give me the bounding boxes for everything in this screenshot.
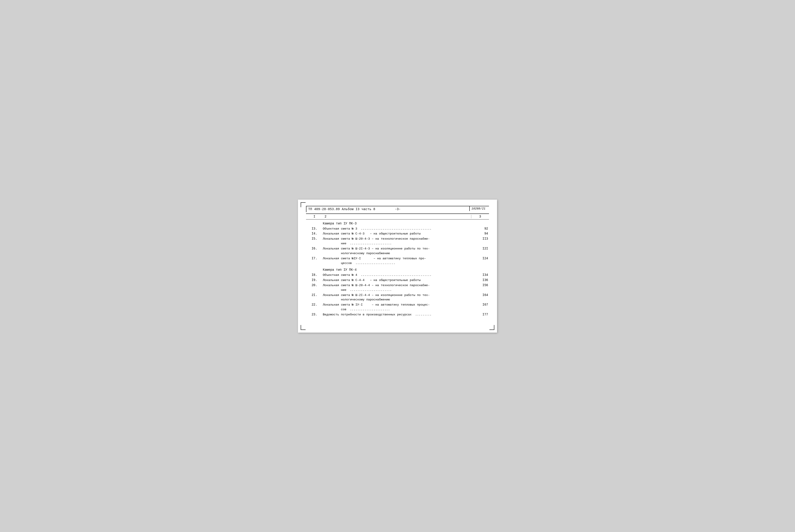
- row-desc-11: Локальная смета № IУ-I – на автоматику т…: [323, 303, 471, 312]
- header-doc-num: 10288/21: [469, 206, 487, 211]
- row-num-8: I9.: [306, 278, 323, 282]
- row-desc-8: Локальная смета № С-4-4 – на общестроите…: [323, 278, 471, 283]
- corner-bracket-bl: [301, 325, 306, 330]
- col-header-1: I: [306, 215, 323, 218]
- col-header-2: 2: [323, 215, 471, 218]
- table-row-9: 20.Локальная смета № Ш-20-4-4 – на техно…: [306, 283, 489, 292]
- row-page-2: 94: [471, 232, 489, 235]
- row-page-4: I2I: [471, 247, 489, 250]
- row-num-12: 23.: [306, 312, 323, 316]
- row-num-9: 20.: [306, 283, 323, 287]
- column-headers: I 2 3: [306, 213, 489, 220]
- corner-bracket-br: [489, 325, 494, 330]
- table-row-11: 22.Локальная смета № IУ-I – на автоматик…: [306, 303, 489, 312]
- row-page-10: I64: [471, 293, 489, 297]
- row-desc-7: Объектная смета № 4 ....................…: [323, 273, 471, 278]
- row-num-10: 2I.: [306, 293, 323, 297]
- header-box: ТП 409-28-053.89 Альбом I3 часть 8 -3- 1…: [306, 206, 489, 212]
- table-row-8: I9.Локальная смета № С-4-4 – на общестро…: [306, 278, 489, 283]
- row-desc-4: Локальная смета № Ш-2I-4-3 – на изоляцио…: [323, 247, 471, 256]
- row-num-7: I8.: [306, 273, 323, 277]
- row-num-5: I7.: [306, 256, 323, 260]
- row-desc-2: Локальная смета № С-4-3 – на общестроите…: [323, 232, 471, 236]
- row-desc-9: Локальная смета № Ш-20-4-4 – на технолог…: [323, 283, 471, 292]
- row-num-4: I6.: [306, 247, 323, 250]
- row-num-3: I5.: [306, 237, 323, 241]
- row-desc-5: Локальная смета №IУ-I – на автоматику те…: [323, 256, 471, 266]
- row-page-9: I56: [471, 283, 489, 287]
- col-header-3: 3: [471, 215, 489, 218]
- content-area: Камера тип IУ ПК-3I3.Объектная смета № 3…: [306, 222, 489, 318]
- table-row-4: I6.Локальная смета № Ш-2I-4-3 – на изоля…: [306, 247, 489, 256]
- table-row-7: I8.Объектная смета № 4 .................…: [306, 273, 489, 278]
- table-row-2: I4.Локальная смета № С-4-3 – на общестро…: [306, 232, 489, 236]
- table-row-1: I3.Объектная смета № 3 .................…: [306, 227, 489, 231]
- row-desc-12: Ведомость потребности в производственных…: [323, 312, 471, 317]
- row-desc-1: Объектная смета № 3 ....................…: [323, 227, 471, 231]
- table-row-3: I5.Локальная смета № Ш-20-4-3 – на техно…: [306, 237, 489, 246]
- table-row-10: 2I.Локальная смета № Ш-2I-4-4 – на изоля…: [306, 293, 489, 302]
- corner-bracket-tl: [301, 202, 306, 207]
- header-page-num: -3-: [395, 207, 401, 211]
- row-page-5: I24: [471, 256, 489, 260]
- row-num-11: 22.: [306, 303, 323, 306]
- row-desc-10: Локальная смета № Ш-2I-4-4 – на изоляцио…: [323, 293, 471, 302]
- row-desc-3: Локальная смета № Ш-20-4-3 – на технолог…: [323, 237, 471, 246]
- row-page-11: I67: [471, 303, 489, 306]
- row-page-12: I77: [471, 312, 489, 316]
- row-page-3: II3: [471, 237, 489, 241]
- table-row-12: 23.Ведомость потребности в производствен…: [306, 312, 489, 317]
- row-page-1: 92: [471, 227, 489, 230]
- section-title-6: Камера тип IУ ПК-4: [323, 268, 489, 271]
- row-page-7: I34: [471, 273, 489, 277]
- table-row-5: I7.Локальная смета №IУ-I – на автоматику…: [306, 256, 489, 266]
- row-num-1: I3.: [306, 227, 323, 230]
- row-page-8: I36: [471, 278, 489, 282]
- header-title: ТП 409-28-053.89 Альбом I3 часть 8: [308, 207, 375, 211]
- document-page: ТП 409-28-053.89 Альбом I3 часть 8 -3- 1…: [298, 200, 497, 332]
- row-num-2: I4.: [306, 232, 323, 235]
- section-title-0: Камера тип IУ ПК-3: [323, 222, 489, 225]
